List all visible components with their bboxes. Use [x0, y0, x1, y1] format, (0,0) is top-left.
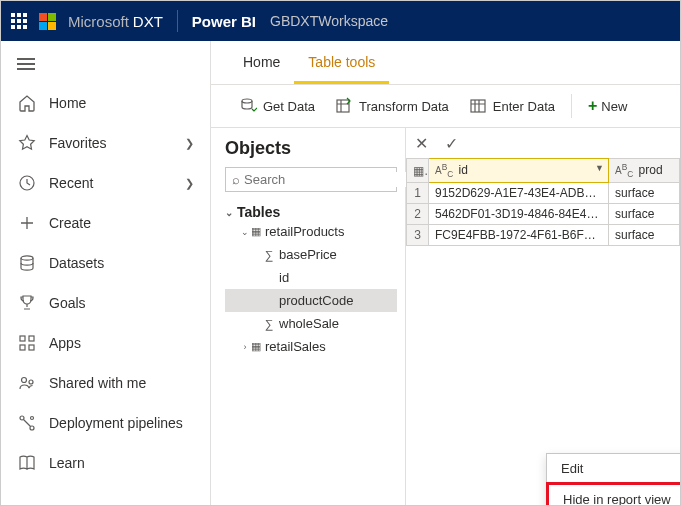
cell-prod[interactable]: surface — [609, 225, 680, 246]
table-row[interactable]: 1 9152D629-A1E7-43E4-ADB8-71CB2… surface — [407, 183, 680, 204]
get-data-label: Get Data — [263, 99, 315, 114]
nav-favorites[interactable]: Favorites ❯ — [1, 123, 210, 163]
transform-data-button[interactable]: Transform Data — [325, 91, 459, 121]
svg-point-7 — [29, 380, 33, 384]
table-node-retailproducts[interactable]: ⌄ ▦ retailProducts — [225, 220, 397, 243]
nav-shared[interactable]: Shared with me — [1, 363, 210, 403]
cell-id[interactable]: 9152D629-A1E7-43E4-ADB8-71CB2… — [429, 183, 609, 204]
search-input[interactable]: ⌕ — [225, 167, 397, 192]
svg-point-6 — [22, 378, 27, 383]
rownum: 2 — [407, 204, 429, 225]
field-id[interactable]: id — [225, 266, 397, 289]
svg-point-9 — [30, 426, 34, 430]
search-icon: ⌕ — [232, 172, 240, 187]
col-id[interactable]: ABC id▼ — [429, 159, 609, 183]
commit-button[interactable]: ✓ — [436, 128, 466, 158]
objects-title: Objects — [225, 138, 397, 159]
grid-header-row: ▦ ABC id▼ ABC prod — [407, 159, 680, 183]
cell-id[interactable]: 5462DF01-3D19-4846-84E4-C42681… — [429, 204, 609, 225]
nav-recent[interactable]: Recent ❯ — [1, 163, 210, 203]
nav-datasets[interactable]: Datasets — [1, 243, 210, 283]
nav-pipelines[interactable]: Deployment pipelines — [1, 403, 210, 443]
microsoft-logo — [39, 13, 62, 30]
discard-button[interactable]: ✕ — [406, 128, 436, 158]
brand-dxt-text: DXT — [133, 13, 163, 30]
col-prod[interactable]: ABC prod — [609, 159, 680, 183]
svg-rect-2 — [20, 336, 25, 341]
trophy-icon — [17, 293, 37, 313]
book-icon — [17, 453, 37, 473]
table-row[interactable]: 2 5462DF01-3D19-4846-84E4-C42681… surfac… — [407, 204, 680, 225]
tables-header[interactable]: ⌄ Tables — [225, 204, 397, 220]
svg-rect-4 — [20, 345, 25, 350]
new-button[interactable]: + New — [578, 91, 637, 121]
nav-favorites-label: Favorites — [49, 135, 107, 151]
cell-prod[interactable]: surface — [609, 204, 680, 225]
field-label: wholeSale — [279, 316, 339, 331]
nav-apps-label: Apps — [49, 335, 81, 351]
table-row[interactable]: 3 FC9E4FBB-1972-4F61-B6F0-15282C… surfac… — [407, 225, 680, 246]
nav-home[interactable]: Home — [1, 83, 210, 123]
app-launcher-icon[interactable] — [11, 13, 27, 29]
table-node-retailsales[interactable]: › ▦ retailSales — [225, 335, 397, 358]
nav-shared-label: Shared with me — [49, 375, 146, 391]
rowheader-icon[interactable]: ▦ — [407, 159, 429, 183]
chevron-right-icon: ❯ — [185, 137, 194, 150]
sigma-icon: ∑ — [261, 317, 277, 331]
nav-home-label: Home — [49, 95, 86, 111]
field-baseprice[interactable]: ∑ basePrice — [225, 243, 397, 266]
nav-create[interactable]: Create — [1, 203, 210, 243]
svg-point-10 — [31, 417, 34, 420]
tab-strip: Home Table tools — [211, 41, 680, 85]
tab-table-tools[interactable]: Table tools — [294, 41, 389, 84]
apps-icon — [17, 333, 37, 353]
search-field[interactable] — [244, 172, 412, 187]
field-productcode[interactable]: productCode — [225, 289, 397, 312]
caret-down-icon: ⌄ — [225, 207, 233, 218]
ribbon-separator — [571, 94, 572, 118]
table-icon: ▦ — [251, 340, 261, 353]
nav-learn[interactable]: Learn — [1, 443, 210, 483]
nav-goals-label: Goals — [49, 295, 86, 311]
cell-id[interactable]: FC9E4FBB-1972-4F61-B6F0-15282C… — [429, 225, 609, 246]
svg-rect-13 — [471, 100, 485, 112]
nav-collapse-button[interactable] — [1, 45, 210, 83]
nav-create-label: Create — [49, 215, 91, 231]
get-data-button[interactable]: Get Data — [229, 91, 325, 121]
svg-point-11 — [242, 99, 252, 103]
col-id-label: id — [459, 163, 468, 177]
left-nav: Home Favorites ❯ Recent ❯ Create Dataset… — [1, 41, 211, 505]
nav-apps[interactable]: Apps — [1, 323, 210, 363]
brand-ms-text: Microsoft — [68, 13, 129, 30]
cell-prod[interactable]: surface — [609, 183, 680, 204]
nav-recent-label: Recent — [49, 175, 93, 191]
brand-product: Power BI — [192, 13, 256, 30]
enter-data-label: Enter Data — [493, 99, 555, 114]
sigma-icon: ∑ — [261, 248, 277, 262]
tables-header-label: Tables — [237, 204, 280, 220]
nav-pipelines-label: Deployment pipelines — [49, 415, 183, 431]
col-prod-label: prod — [639, 163, 663, 177]
nav-goals[interactable]: Goals — [1, 283, 210, 323]
svg-point-1 — [21, 256, 33, 260]
tab-home[interactable]: Home — [229, 41, 294, 84]
text-type-icon: ABC — [435, 165, 453, 176]
svg-rect-12 — [337, 100, 349, 112]
table-label: retailProducts — [265, 224, 344, 239]
new-label: New — [601, 99, 627, 114]
table-icon: ▦ — [251, 225, 261, 238]
transform-icon — [335, 97, 353, 115]
nav-learn-label: Learn — [49, 455, 85, 471]
data-grid[interactable]: ▦ ABC id▼ ABC prod 1 9152D629-A1E7-43E4-… — [406, 158, 680, 246]
shared-icon — [17, 373, 37, 393]
clock-icon — [17, 173, 37, 193]
field-label: basePrice — [279, 247, 337, 262]
dropdown-icon[interactable]: ▼ — [595, 163, 604, 173]
datasets-icon — [17, 253, 37, 273]
field-wholesale[interactable]: ∑ wholeSale — [225, 312, 397, 335]
menu-edit[interactable]: Edit — [547, 454, 680, 483]
enter-data-button[interactable]: Enter Data — [459, 91, 565, 121]
rownum: 3 — [407, 225, 429, 246]
menu-hide-in-report-view[interactable]: Hide in report view — [546, 482, 680, 505]
nav-datasets-label: Datasets — [49, 255, 104, 271]
